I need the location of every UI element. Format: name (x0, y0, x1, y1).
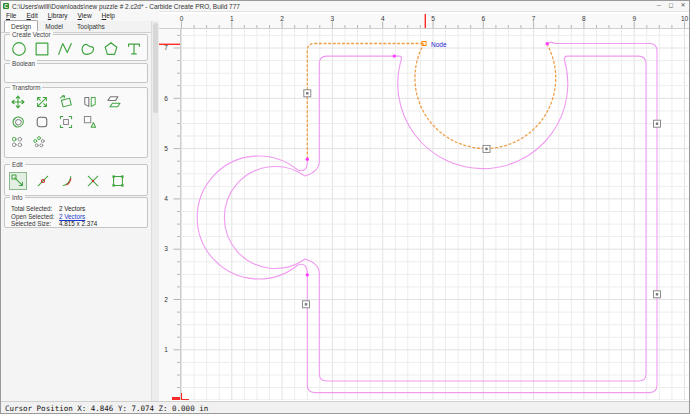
ruler-x-label: 3 (331, 15, 335, 22)
ruler-x-label: 5 (431, 15, 435, 22)
close-button[interactable]: ✕ (677, 1, 689, 10)
cursor-position-readout: Cursor Position X: 4.846 Y: 7.074 Z: 0.0… (1, 404, 208, 413)
rectangle-icon[interactable] (33, 40, 51, 58)
ruler-y-label: 6 (164, 95, 168, 102)
center-icon[interactable] (58, 114, 74, 130)
info-row: Selected Size:4.815 x 2.374 (11, 220, 97, 227)
ruler-x-label: 2 (280, 15, 284, 22)
ruler-x-label: 6 (481, 15, 485, 22)
selected-vector-arc[interactable] (415, 44, 556, 149)
linear-array-icon[interactable] (10, 135, 24, 149)
handle-marker[interactable] (483, 145, 490, 152)
offset-icon[interactable] (10, 114, 26, 130)
inner-contour-path[interactable] (224, 56, 646, 381)
carbide-create-icon: C (3, 3, 9, 9)
skew-icon[interactable] (106, 94, 122, 110)
node-label: Node (431, 41, 447, 48)
panel-transform: Transform (4, 87, 148, 158)
panel-boolean: Boolean (4, 63, 148, 83)
move-icon[interactable] (10, 94, 26, 110)
origin-marker (172, 397, 180, 400)
window-title: C:\Users\willi\Downloads\new puzzle # 2.… (12, 3, 240, 10)
ruler-x-label: 8 (582, 15, 586, 22)
info-row: Total Selected:2 Vectors (11, 205, 85, 212)
endpoint-dot[interactable] (546, 42, 549, 45)
ruler-x-label: 10 (681, 15, 689, 22)
status-bar: Cursor Position X: 4.846 Y: 7.074 Z: 0.0… (1, 401, 690, 414)
ruler-x-label: 0 (180, 15, 184, 22)
endpoint-dot[interactable] (306, 158, 309, 161)
ruler-y-label: 4 (164, 195, 168, 202)
panel-info: InfoTotal Selected:2 VectorsOpen Selecte… (4, 197, 148, 228)
fillet-icon[interactable] (34, 114, 50, 130)
handle-marker[interactable] (654, 120, 661, 127)
node-edit-icon[interactable] (10, 173, 26, 189)
outer-contour-path[interactable] (197, 42, 657, 392)
info-value: 4.815 x 2.374 (59, 220, 97, 227)
ruler-y-label: 7 (164, 44, 168, 51)
scale-icon[interactable] (34, 94, 50, 110)
horizontal-ruler: 012345678910 (159, 14, 690, 29)
panel-create-vector: Create Vector (4, 34, 148, 61)
polyline-icon[interactable] (56, 40, 74, 58)
ruler-x-label: 7 (532, 15, 536, 22)
ruler-y-label: 2 (164, 296, 168, 303)
endpoint-dot[interactable] (306, 273, 309, 276)
maximize-button[interactable]: ◻ (665, 1, 677, 10)
close-vector-icon[interactable] (110, 173, 126, 189)
tab-toolpaths[interactable]: Toolpaths (70, 20, 112, 32)
minimize-button[interactable]: ─ (653, 1, 665, 10)
curve-edit-icon[interactable] (60, 173, 76, 189)
origin-axis-marker (182, 393, 190, 400)
open-selected-link[interactable]: 2 Vectors (59, 213, 85, 220)
ruler-x-label: 4 (381, 15, 385, 22)
ruler-x-label: 9 (632, 15, 636, 22)
handle-marker[interactable] (304, 90, 311, 97)
align-icon[interactable] (82, 114, 98, 130)
info-row: Open Selected:2 Vectors (11, 213, 85, 220)
sidebar-scrollbar[interactable] (151, 21, 159, 401)
ruler-y-label: 5 (164, 145, 168, 152)
tangent-edit-icon[interactable] (35, 173, 51, 189)
mirror-icon[interactable] (82, 94, 98, 110)
trim-vectors-icon[interactable] (85, 173, 101, 189)
handle-marker[interactable] (654, 291, 661, 298)
ruler-y-label: 1 (164, 346, 168, 353)
handle-marker[interactable] (303, 301, 310, 308)
circle-icon[interactable] (10, 40, 28, 58)
design-canvas[interactable]: Node (181, 29, 690, 400)
info-value: 2 Vectors (59, 205, 85, 212)
app-window: C C:\Users\willi\Downloads\new puzzle # … (0, 0, 690, 414)
panel-edit: Edit (4, 164, 148, 196)
ruler-y-label: 3 (164, 245, 168, 252)
sidebar: Create VectorBooleanTransformEditInfoTot… (1, 33, 151, 401)
vertical-ruler: 7654321 (159, 29, 181, 400)
curve-icon[interactable] (79, 40, 97, 58)
ruler-x-label: 1 (230, 15, 234, 22)
endpoint-dot[interactable] (393, 54, 396, 57)
rotate-icon[interactable] (58, 94, 74, 110)
polygon-icon[interactable] (102, 40, 120, 58)
circular-array-icon[interactable] (32, 135, 46, 149)
text-icon[interactable] (125, 40, 143, 58)
